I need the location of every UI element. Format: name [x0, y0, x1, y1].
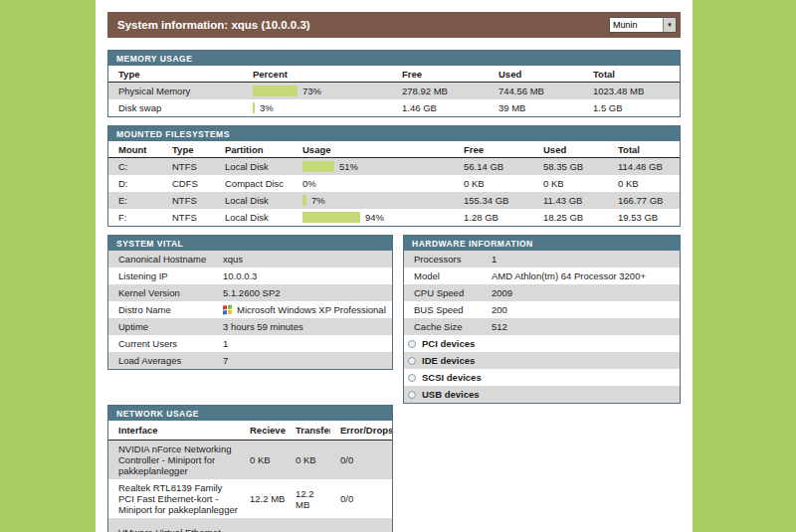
- template-select[interactable]: Munin ▼: [609, 17, 677, 33]
- system-vital-section: SYSTEM VITAL Canonical Hostname xqus Lis…: [107, 235, 393, 370]
- usage-percent: 7%: [311, 195, 325, 206]
- cell-partition: Local Disk: [215, 161, 293, 172]
- cell-free: 278.92 MB: [392, 86, 489, 96]
- device-toggle-row[interactable]: IDE devices: [404, 352, 680, 369]
- cell-mount: D:: [108, 178, 162, 189]
- table-row: Model AMD Athlon(tm) 64 Processor 3200+: [404, 267, 680, 284]
- device-toggle-row[interactable]: SCSI devices: [404, 369, 680, 386]
- column-header: Free: [454, 144, 533, 155]
- cell-usage: 3%: [243, 102, 392, 113]
- expand-toggle-icon[interactable]: [408, 357, 416, 365]
- page: System information: xqus (10.0.0.3) Muni…: [0, 0, 796, 532]
- cell-mount: F:: [108, 212, 162, 223]
- windows-logo-icon: [223, 305, 232, 315]
- cell-total: 166.77 GB: [608, 195, 680, 206]
- cell-total: 1023.48 MB: [583, 86, 680, 96]
- cell-partition: Local Disk: [215, 212, 293, 223]
- column-header: Total: [583, 69, 680, 80]
- cell-used: 0 KB: [533, 178, 608, 189]
- table-row: Current Users 1: [108, 335, 392, 352]
- column-header: Mount: [108, 144, 162, 155]
- cell-free: 155.34 GB: [454, 195, 533, 206]
- cell-total: 19.53 GB: [608, 212, 680, 223]
- vital-value: 10.0.0.3: [213, 270, 392, 281]
- chevron-down-icon[interactable]: ▼: [663, 18, 676, 32]
- device-toggle-row[interactable]: PCI devices: [404, 335, 680, 352]
- hardware-value: 200: [482, 304, 680, 315]
- memory-section: MEMORY USAGE Type Percent Free Used Tota…: [107, 50, 681, 117]
- cell-free: 1.46 GB: [392, 102, 489, 113]
- table-row: Uptime 3 hours 59 minutes: [108, 318, 392, 335]
- filesystems-header-row: Mount Type Partition Usage Free Used Tot…: [108, 141, 680, 158]
- network-section: NETWORK USAGE Interface Recieved Transfe…: [107, 405, 393, 532]
- table-row: D: CDFS Compact Disc 0% 0 KB 0 KB 0 KB: [108, 175, 680, 192]
- usage-bar: [302, 212, 360, 223]
- filesystems-section: MOUNTED FILESYSTEMS Mount Type Partition…: [107, 125, 681, 227]
- cell-mount: E:: [108, 195, 162, 206]
- table-row: Kernel Version 5.1.2600 SP2: [108, 284, 392, 301]
- cell-free: 56.14 GB: [454, 161, 533, 172]
- vital-label: Load Averages: [108, 355, 213, 366]
- cell-transfered: 0 KB: [286, 454, 330, 465]
- cell-partition: Compact Disc: [215, 178, 293, 189]
- cell-recieved: 12.2 MB: [240, 493, 286, 504]
- hardware-label: CPU Speed: [404, 287, 482, 298]
- network-header-row: Interface Recieved Transfered Error/Drop…: [108, 421, 392, 441]
- column-header: Used: [533, 144, 608, 155]
- vital-value: 5.1.2600 SP2: [213, 287, 392, 298]
- page-title: System information: xqus (10.0.0.3): [117, 19, 310, 31]
- vital-label: Uptime: [108, 321, 213, 332]
- cell-used: 39 MB: [489, 102, 583, 113]
- usage-percent: 94%: [365, 212, 384, 223]
- expand-toggle-icon[interactable]: [408, 340, 416, 348]
- column-header: Transfered: [286, 425, 330, 436]
- table-row: Realtek RTL8139 Family PCI Fast Ethernet…: [108, 479, 392, 518]
- column-header: Total: [608, 144, 680, 155]
- table-row: Physical Memory 73% 278.92 MB 744.56 MB …: [108, 83, 680, 99]
- column-header: Used: [489, 69, 583, 80]
- cell-used: 744.56 MB: [489, 86, 583, 96]
- hardware-label: BUS Speed: [404, 304, 482, 315]
- cell-usage: 0%: [293, 178, 454, 189]
- device-group-label: PCI devices: [422, 338, 475, 349]
- table-row: NVIDIA nForce Networking Controller - Mi…: [108, 441, 392, 479]
- cell-usage: 7%: [293, 195, 454, 206]
- device-toggle-row[interactable]: USB devices: [404, 386, 680, 403]
- cell-usage: 73%: [243, 86, 392, 96]
- cell-usage: 51%: [293, 161, 454, 172]
- cell-free: 1.28 GB: [454, 212, 533, 223]
- column-header: Free: [392, 69, 489, 80]
- column-header: Recieved: [240, 425, 286, 436]
- cell-total: 114.48 GB: [608, 161, 680, 172]
- cell-used: 11.43 GB: [533, 195, 608, 206]
- device-group-label: USB devices: [422, 389, 480, 400]
- cell-transfered: 12.2 MB: [286, 488, 330, 510]
- column-header: Percent: [243, 69, 392, 80]
- table-row: Canonical Hostname xqus: [108, 251, 392, 267]
- hardware-value: 1: [482, 254, 680, 265]
- vital-label: Listening IP: [108, 270, 213, 281]
- cell-type: NTFS: [162, 212, 215, 223]
- vital-value: xqus: [213, 254, 392, 265]
- vital-label: Canonical Hostname: [108, 254, 213, 265]
- device-group-label: IDE devices: [422, 355, 475, 366]
- vital-value: 1: [213, 338, 392, 349]
- memory-header-row: Type Percent Free Used Total: [108, 66, 680, 83]
- table-row: E: NTFS Local Disk 7% 155.34 GB 11.43 GB…: [108, 192, 680, 209]
- cell-partition: Local Disk: [215, 195, 293, 206]
- cell-total: 0 KB: [608, 178, 680, 189]
- cell-used: 18.25 GB: [533, 212, 608, 223]
- column-header: Type: [162, 144, 215, 155]
- table-row: Distro Name Microsoft Windows XP Profess…: [108, 301, 392, 318]
- table-row: Processors 1: [404, 251, 680, 267]
- table-row: F: NTFS Local Disk 94% 1.28 GB 18.25 GB …: [108, 209, 680, 226]
- system-vital-section-header: SYSTEM VITAL: [108, 236, 392, 251]
- cell-used: 58.35 GB: [533, 161, 608, 172]
- cell-usage: 94%: [293, 212, 454, 223]
- expand-toggle-icon[interactable]: [408, 391, 416, 399]
- network-section-header: NETWORK USAGE: [108, 406, 392, 421]
- table-row: Cache Size 512: [404, 318, 680, 335]
- cell-type: Physical Memory: [108, 86, 243, 96]
- cell-type: NTFS: [162, 161, 215, 172]
- expand-toggle-icon[interactable]: [408, 374, 416, 382]
